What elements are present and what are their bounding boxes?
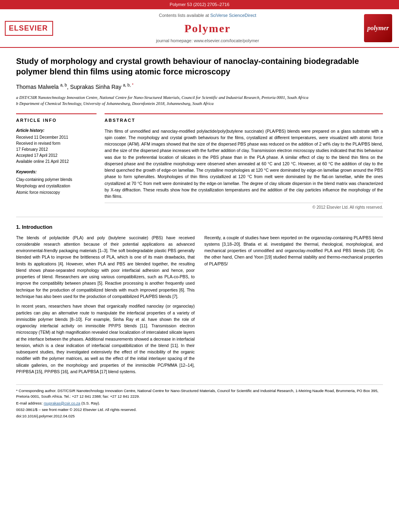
journal-issue-bar: Polymer 53 (2012) 2705–2716 [0, 0, 399, 9]
history-line-4: Available online 21 April 2012 [16, 159, 69, 164]
keywords-label: Keywords: [16, 169, 97, 175]
keyword-1: Clay-containing polymer blends [16, 177, 97, 183]
page: Polymer 53 (2012) 2705–2716 ELSEVIER Con… [0, 0, 399, 532]
header-right: polymer [362, 12, 394, 44]
email-link[interactable]: rsuprakas@csir.co.za [44, 401, 80, 405]
intro-para-2: In recent years, researchers have shown … [16, 303, 195, 375]
intro-col-1: The blends of polylactide (PLA) and poly… [16, 234, 195, 378]
intro-number: 1. [16, 224, 21, 230]
author-2-sup: a, b, * [123, 83, 134, 87]
abstract-col: ABSTRACT Thin films of unmodified and na… [105, 113, 383, 210]
intro-title: Introduction [22, 224, 52, 230]
affiliation-2: b Department of Chemical Technology, Uni… [16, 101, 383, 107]
journal-homepage: journal homepage: www.elsevier.com/locat… [57, 38, 358, 44]
sciverse-prefix: Contents lists available at [159, 13, 210, 18]
article-title: Study of morphology and crystal growth b… [16, 56, 383, 77]
history-label: Article history: [16, 128, 97, 134]
history-line-1: Received in revised form [16, 141, 60, 146]
intro-col-2: Recently, a couple of studies have been … [204, 234, 383, 378]
keywords-block: Keywords: Clay-containing polymer blends… [16, 169, 97, 196]
article-info-heading: ARTICLE INFO [16, 117, 97, 123]
author-1: Thomas Malwela [16, 84, 60, 90]
issn-footnote: 0032-3861/$ – see front matter © 2012 El… [16, 407, 383, 413]
keyword-2: Morphology and crystallization [16, 183, 97, 189]
authors: Thomas Malwela a, b, Suprakas Sinha Ray … [16, 82, 383, 91]
footnotes: * Corresponding author. DST/CSIR Nanotec… [16, 384, 383, 419]
author-1-sup: a, b [60, 83, 67, 87]
section-divider [16, 217, 383, 217]
intro-para-3: Recently, a couple of studies have been … [204, 234, 383, 267]
polymer-badge: polymer [364, 14, 392, 42]
history-line-3: Accepted 17 April 2012 [16, 153, 58, 158]
intro-body: The blends of polylactide (PLA) and poly… [16, 234, 383, 378]
history-block: Article history: Received 11 December 20… [16, 128, 97, 164]
history-received: Received 11 December 2011 Received in re… [16, 134, 97, 164]
author-2: Suprakas Sinha Ray [70, 84, 123, 90]
copyright-line: © 2012 Elsevier Ltd. All rights reserved… [105, 203, 383, 210]
abstract-heading: ABSTRACT [105, 117, 383, 123]
content-area: Study of morphology and crystal growth b… [0, 48, 399, 428]
keyword-3: Atomic force microscopy [16, 189, 97, 196]
abstract-text: Thin films of unmodified and nanoclay-mo… [105, 128, 383, 200]
affiliations: a DST/CSIR Nanotechnology Innovation Cen… [16, 94, 383, 107]
sciverse-line: Contents lists available at SciVerse Sci… [57, 12, 358, 18]
sciverse-link[interactable]: SciVerse ScienceDirect [210, 13, 256, 18]
email-person: (S.S. Ray). [81, 401, 100, 405]
elsevier-logo: ELSEVIER [5, 21, 53, 36]
journal-issue-text: Polymer 53 (2012) 2705–2716 [170, 2, 230, 7]
article-info-abstract: ARTICLE INFO Article history: Received 1… [16, 113, 383, 210]
email-label: E-mail address: [16, 401, 44, 405]
intro-para-1: The blends of polylactide (PLA) and poly… [16, 234, 195, 300]
header-left: ELSEVIER [5, 12, 53, 44]
journal-name: Polymer [57, 21, 358, 36]
affiliation-1: a DST/CSIR Nanotechnology Innovation Cen… [16, 94, 383, 101]
journal-header: ELSEVIER Contents lists available at Sci… [0, 9, 399, 48]
email-footnote: E-mail address: rsuprakas@csir.co.za (S.… [16, 401, 383, 406]
history-line-0: Received 11 December 2011 [16, 135, 68, 140]
intro-heading: 1. Introduction [16, 224, 383, 231]
article-info-col: ARTICLE INFO Article history: Received 1… [16, 113, 97, 210]
doi-footnote: doi:10.1016/j.polymer.2012.04.025 [16, 413, 383, 419]
header-center: Contents lists available at SciVerse Sci… [57, 12, 358, 44]
corresponding-footnote: * Corresponding author. DST/CSIR Nanotec… [16, 388, 383, 400]
history-line-2: 17 February 2012 [16, 147, 48, 152]
author-sep: , [67, 84, 70, 90]
